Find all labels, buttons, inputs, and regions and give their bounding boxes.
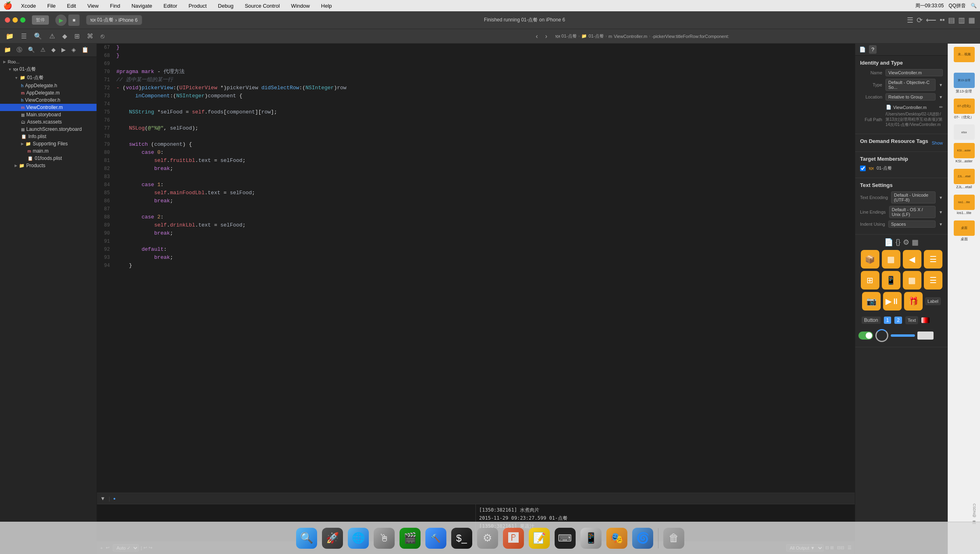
editor-toggle-btn[interactable]: ☰ bbox=[907, 16, 913, 25]
find-navigator-btn[interactable]: 🔍 bbox=[25, 45, 37, 55]
dock-simulator[interactable]: 📱 bbox=[579, 526, 603, 550]
sidebar-item-info-plist[interactable]: 📋 Info.plist bbox=[0, 133, 97, 140]
breakpoint-navigator-btn[interactable]: ◈ bbox=[69, 45, 78, 55]
menu-source-control[interactable]: Source Control bbox=[242, 2, 282, 10]
menu-edit[interactable]: Edit bbox=[65, 2, 78, 10]
sidebar-item-root[interactable]: ▶ Roo... bbox=[0, 59, 97, 65]
maximize-button[interactable] bbox=[20, 17, 25, 23]
toggle-switch[interactable] bbox=[858, 332, 873, 340]
quick-help-btn[interactable]: ? bbox=[869, 45, 877, 54]
spinner-element[interactable] bbox=[875, 329, 888, 342]
folder-item-ios[interactable]: ios1…tite ios1...tite bbox=[951, 195, 977, 217]
text-element[interactable]: Text bbox=[905, 316, 918, 324]
run-button[interactable]: ▶ bbox=[55, 15, 67, 26]
icon-btn-photo[interactable]: 📷 bbox=[862, 292, 881, 311]
gradient-slider[interactable] bbox=[921, 317, 930, 323]
lineendings-value[interactable]: Default - OS X / Unix (LF) bbox=[889, 206, 936, 218]
debug-navigator-btn[interactable]: ▶ bbox=[59, 45, 68, 55]
sidebar-item-viewcontroller-m[interactable]: m ViewController.m bbox=[0, 104, 97, 111]
search-btn[interactable]: 🔍 bbox=[32, 31, 44, 41]
debug-panel-btn[interactable]: ▥ bbox=[958, 16, 965, 25]
bookmark-btn[interactable]: ◆ bbox=[60, 31, 69, 41]
sidebar-item-assets[interactable]: 🗂 Assets.xcassets bbox=[0, 118, 97, 126]
menu-window[interactable]: Window bbox=[289, 2, 312, 10]
indent-value[interactable]: Spaces bbox=[888, 220, 936, 228]
inspector-doc-icon[interactable]: 📄 bbox=[884, 238, 893, 247]
folder-item-ksi[interactable]: KSI…aster KSI...aster bbox=[951, 143, 977, 166]
report-navigator-btn[interactable]: 📋 bbox=[79, 45, 91, 55]
debug-toggle-icon[interactable]: ▼ bbox=[100, 495, 105, 502]
folder-item-zjl[interactable]: ZJL…etail ZJL...etail bbox=[951, 169, 977, 191]
icon-btn-cube[interactable]: 🎁 bbox=[904, 292, 923, 311]
sidebar-item-appdelegate-h[interactable]: h AppDelegate.h bbox=[0, 82, 97, 89]
icon-btn-play-pause[interactable]: ▶⏸ bbox=[883, 292, 902, 311]
breadcrumb-item-3[interactable]: m ViewController.m bbox=[608, 34, 647, 39]
dock-cmd[interactable]: ⌨ bbox=[553, 526, 577, 550]
sidebar-item-main-storyboard[interactable]: ▦ Main.storyboard bbox=[0, 111, 97, 118]
encoding-value[interactable]: Default - Unicode (UTF-8) bbox=[891, 191, 936, 204]
sidebar-item-products[interactable]: ▶ 📁 Products bbox=[0, 162, 97, 169]
icon-btn-camera[interactable]: 📦 bbox=[861, 250, 879, 269]
inspector-ref-icon[interactable]: ▦ bbox=[912, 238, 919, 247]
menu-search-icon[interactable]: 🔍 bbox=[971, 3, 977, 8]
num-badge-1[interactable]: 1 bbox=[884, 317, 892, 324]
warning-btn[interactable]: ⚠ bbox=[47, 31, 57, 41]
folder-item-xlsx[interactable]: xlsx bbox=[954, 124, 975, 140]
minimize-button[interactable] bbox=[13, 17, 18, 23]
grid-btn[interactable]: ⊞ bbox=[72, 31, 82, 41]
nav-back-btn[interactable]: ⟵ bbox=[926, 16, 936, 25]
file-navigator-btn[interactable]: 📁 bbox=[2, 45, 13, 55]
sidebar-item-group[interactable]: ▼ 📁 01-点餐 bbox=[0, 73, 97, 82]
sidebar-item-viewcontroller-h[interactable]: h ViewController.h bbox=[0, 97, 97, 104]
slider-element[interactable] bbox=[891, 334, 915, 337]
menu-navigate[interactable]: Navigate bbox=[129, 2, 154, 10]
sidebar-item-01foods[interactable]: 📋 01foods.plist bbox=[0, 155, 97, 162]
back-nav-btn[interactable]: ‹ bbox=[533, 32, 540, 41]
dock-system-prefs[interactable]: ⚙ bbox=[475, 526, 500, 550]
dock-xcode[interactable]: 🔨 bbox=[424, 526, 448, 550]
type-value[interactable]: Default - Objective-C So... bbox=[885, 79, 936, 91]
symbol-navigator-btn[interactable]: Ⓢ bbox=[14, 45, 25, 55]
sidebar-item-main-m[interactable]: m main.m bbox=[0, 147, 97, 155]
filter-btn[interactable]: ☰ bbox=[19, 31, 29, 41]
name-value[interactable]: ViewController.m bbox=[885, 69, 943, 76]
close-button[interactable] bbox=[5, 17, 10, 23]
breadcrumb-item-4[interactable]: -pickerView:titleForRow:forComponent: bbox=[652, 34, 729, 39]
dock-mouse[interactable]: 🖱 bbox=[372, 526, 396, 550]
menu-view[interactable]: View bbox=[85, 2, 101, 10]
dock-ppt[interactable]: 🅿 bbox=[501, 526, 526, 550]
version-btn[interactable]: ⎋ bbox=[98, 32, 107, 41]
refresh-btn[interactable]: ⟳ bbox=[917, 16, 923, 25]
dock-terminal[interactable]: $_ bbox=[450, 526, 474, 550]
icon-btn-lines[interactable]: ☰ bbox=[924, 271, 942, 290]
panel-toggle-btn[interactable]: ▤ bbox=[948, 16, 955, 25]
button-element[interactable]: Button bbox=[862, 317, 881, 324]
inspector-settings-icon[interactable]: ⚙ bbox=[903, 238, 909, 247]
sidebar-item-project[interactable]: ▼ 🍽 01-点餐 bbox=[0, 65, 97, 73]
breadcrumb-item-2[interactable]: 📁 01-点餐 bbox=[581, 33, 604, 39]
target-checkbox[interactable] bbox=[860, 166, 866, 171]
icon-btn-back[interactable]: ◀ bbox=[903, 250, 921, 269]
inspector-panel-btn[interactable]: ▦ bbox=[968, 16, 975, 25]
folder-btn[interactable]: 📁 bbox=[3, 31, 16, 41]
hierarchy-btn[interactable]: ⌘ bbox=[84, 31, 96, 41]
sidebar-item-appdelegate-m[interactable]: m AppDelegate.m bbox=[0, 89, 97, 97]
dock-launchpad[interactable]: 🚀 bbox=[320, 526, 345, 550]
icon-btn-rect[interactable]: ▦ bbox=[882, 250, 900, 269]
icon-btn-grid[interactable]: ⊞ bbox=[861, 271, 879, 290]
sidebar-item-launchscreen[interactable]: ▦ LaunchScreen.storyboard bbox=[0, 126, 97, 133]
folder-item-2[interactable]: 第13-业理 第13-业理 bbox=[951, 73, 977, 95]
menu-find[interactable]: Find bbox=[107, 2, 122, 10]
dock-notes[interactable]: 📝 bbox=[527, 526, 551, 550]
inspector-code-icon[interactable]: {} bbox=[896, 238, 900, 247]
code-editor[interactable]: 67 } 68 } 69 70 #pragma mark - 代理方法 bbox=[97, 44, 855, 493]
folder-item-desktop[interactable]: 桌面 桌面 bbox=[951, 220, 977, 243]
menu-xcode[interactable]: Xcode bbox=[19, 2, 38, 10]
dock-app2[interactable]: 🌀 bbox=[631, 526, 655, 550]
stop-button[interactable]: ■ bbox=[68, 15, 80, 26]
icon-btn-phone[interactable]: 📱 bbox=[882, 271, 900, 290]
menu-editor[interactable]: Editor bbox=[161, 2, 180, 10]
apple-menu[interactable]: 🍎 bbox=[3, 1, 12, 10]
scheme-selector[interactable]: 🍽 01-点餐 › iPhone 6 bbox=[86, 15, 142, 25]
dock-app1[interactable]: 🎭 bbox=[605, 526, 629, 550]
